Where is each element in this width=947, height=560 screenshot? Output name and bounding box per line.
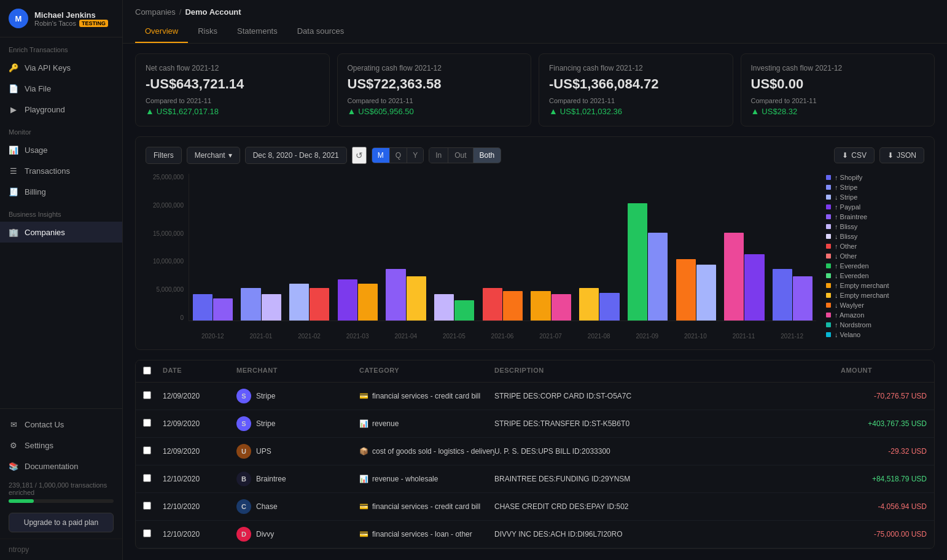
select-all-checkbox[interactable] <box>143 367 151 375</box>
chevron-down-icon: ▾ <box>228 151 232 160</box>
dir-btn-both[interactable]: Both <box>474 148 501 163</box>
breadcrumb-companies[interactable]: Companies <box>135 7 176 17</box>
category-icon: 📊 <box>359 475 368 483</box>
legend-dot <box>826 244 831 249</box>
filters-button[interactable]: Filters <box>146 147 182 164</box>
sidebar-item-contact[interactable]: ✉ Contact Us <box>0 414 122 435</box>
td-description: BRAINTREE DES:FUNDING ID:29YNSM <box>494 475 841 483</box>
sidebar-item-via-file[interactable]: 📄 Via File <box>0 78 122 99</box>
bar-out[interactable] <box>551 294 571 321</box>
period-btn-q[interactable]: Q <box>390 148 407 163</box>
kpi-change: ▲US$1,627,017.18 <box>146 106 319 116</box>
bar-group <box>334 174 381 321</box>
bar-out[interactable] <box>454 300 474 321</box>
period-btn-m[interactable]: M <box>372 148 390 163</box>
tab-statements[interactable]: Statements <box>227 20 287 43</box>
bar-out[interactable] <box>358 284 378 321</box>
export-json-button[interactable]: ⬇ JSON <box>879 147 924 163</box>
tab-overview[interactable]: Overview <box>135 20 188 43</box>
bar-in[interactable] <box>289 284 309 321</box>
bar-in[interactable] <box>434 294 454 321</box>
bar-out[interactable] <box>213 298 233 321</box>
bar-out[interactable] <box>262 294 281 321</box>
bar-in[interactable] <box>773 269 792 321</box>
bar-out[interactable] <box>744 254 764 321</box>
bar-out[interactable] <box>407 276 426 321</box>
sidebar-item-companies[interactable]: 🏢 Companies <box>0 222 122 243</box>
sidebar-item-api-keys[interactable]: 🔑 Via API Keys <box>0 57 122 78</box>
bar-in[interactable] <box>338 279 357 321</box>
td-merchant: D Divvy <box>236 527 359 542</box>
td-merchant: B Braintree <box>236 472 359 486</box>
export-group: ⬇ CSV ⬇ JSON <box>834 147 924 163</box>
bar-in[interactable] <box>676 259 696 321</box>
bar-out[interactable] <box>503 291 523 321</box>
td-amount: -75,000.00 USD <box>841 530 927 539</box>
bar-in[interactable] <box>483 288 502 321</box>
td-checkbox <box>143 502 163 511</box>
bar-in[interactable] <box>193 294 212 321</box>
upgrade-button[interactable]: Upgrade to a paid plan <box>9 513 114 532</box>
period-btn-y[interactable]: Y <box>407 148 423 163</box>
bar-in[interactable] <box>531 291 550 321</box>
td-date: 12/09/2020 <box>163 419 236 428</box>
x-axis-label: 2021-10 <box>671 330 720 340</box>
sidebar-item-playground[interactable]: ▶ Playground <box>0 99 122 120</box>
merchant-logo: B <box>236 472 251 486</box>
chart-controls: Filters Merchant ▾ Dec 8, 2020 - Dec 8, … <box>146 147 924 164</box>
bar-in[interactable] <box>386 269 405 321</box>
bar-in[interactable] <box>579 288 599 321</box>
sidebar-item-documentation[interactable]: 📚 Documentation <box>0 456 122 476</box>
dir-btn-in[interactable]: In <box>429 148 448 163</box>
bar-group <box>286 174 333 321</box>
legend-label: ↓ Other <box>835 252 857 260</box>
bar-out[interactable] <box>648 233 668 321</box>
chart-container: 25,000,00020,000,00015,000,00010,000,000… <box>146 174 924 340</box>
x-axis-label: 2021-11 <box>720 330 768 340</box>
x-axis-label: 2021-01 <box>237 330 286 340</box>
legend-dot <box>826 224 831 229</box>
row-checkbox[interactable] <box>143 391 151 399</box>
tab-data-sources[interactable]: Data sources <box>287 20 354 43</box>
row-checkbox[interactable] <box>143 446 151 454</box>
bar-out[interactable] <box>793 276 813 321</box>
kpi-row: Net cash flow 2021-12 -US$643,721.14 Com… <box>135 53 935 126</box>
bar-in[interactable] <box>628 203 647 321</box>
td-description: CHASE CREDIT CRD DES:EPAY ID:502 <box>494 502 841 511</box>
category-icon: 📦 <box>359 447 368 456</box>
row-checkbox[interactable] <box>143 419 151 427</box>
legend-dot <box>826 273 831 278</box>
sidebar-item-settings[interactable]: ⚙ Settings <box>0 435 122 456</box>
td-checkbox <box>143 529 163 539</box>
bar-out[interactable] <box>310 288 329 321</box>
progress-section: 239,181 / 1,000,000 transactions enriche… <box>0 476 122 509</box>
row-checkbox[interactable] <box>143 529 151 537</box>
td-checkbox <box>143 391 163 401</box>
export-csv-button[interactable]: ⬇ CSV <box>834 147 875 163</box>
merchant-filter[interactable]: Merchant ▾ <box>187 147 240 164</box>
bar-in[interactable] <box>241 288 260 321</box>
category-icon: 💳 <box>359 392 368 400</box>
merchant-name: Stripe <box>256 392 275 400</box>
legend-dot <box>826 204 831 209</box>
tab-risks[interactable]: Risks <box>188 20 227 43</box>
sidebar-item-usage[interactable]: 📊 Usage <box>0 139 122 160</box>
sidebar-item-billing[interactable]: 🧾 Billing <box>0 181 122 202</box>
refresh-button[interactable]: ↺ <box>352 147 367 164</box>
bar-group <box>238 174 285 321</box>
kpi-label: Net cash flow 2021-12 <box>146 64 319 72</box>
legend-item: ↑ Evereden <box>826 262 924 270</box>
row-checkbox[interactable] <box>143 502 151 510</box>
dir-btn-out[interactable]: Out <box>448 148 473 163</box>
bar-out[interactable] <box>696 265 716 321</box>
bar-chart: 25,000,00020,000,00015,000,00010,000,000… <box>146 174 816 340</box>
td-date: 12/10/2020 <box>163 502 236 511</box>
bar-out[interactable] <box>599 293 619 321</box>
date-range-picker[interactable]: Dec 8, 2020 - Dec 8, 2021 <box>245 147 347 164</box>
td-category: 💳 financial services - credit card bill <box>359 392 494 400</box>
bar-in[interactable] <box>724 233 744 321</box>
sidebar-item-transactions[interactable]: ☰ Transactions <box>0 160 122 181</box>
footer-logo: ntropy <box>9 545 29 554</box>
row-checkbox[interactable] <box>143 474 151 482</box>
category-label: cost of goods sold - logistics - deliver… <box>372 447 494 456</box>
